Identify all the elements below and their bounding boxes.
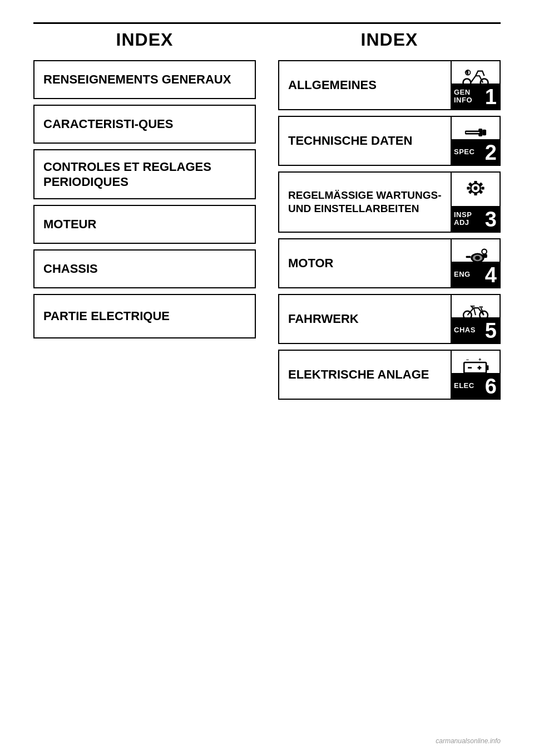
badge-label-6: ELEC	[454, 382, 474, 390]
svg-rect-13	[481, 186, 484, 189]
svg-rect-11	[474, 193, 477, 195]
badge-number-1: 1	[485, 86, 497, 107]
badge-number-3: 3	[485, 209, 497, 230]
badge-number-4: 4	[485, 264, 497, 286]
svg-rect-12	[467, 186, 469, 189]
main-columns: INDEX RENSEIGNEMENTS GENERAUX CARACTERIS…	[33, 30, 501, 405]
svg-rect-21	[482, 254, 487, 258]
svg-rect-27	[486, 365, 488, 370]
left-title: INDEX	[33, 30, 256, 50]
badge-label-4: ENG	[454, 271, 471, 278]
right-title: INDEX	[278, 30, 501, 50]
right-item-regelmaessige[interactable]: REGELMÄSSIGE WARTUNGS- UND EINSTELLARBEI…	[278, 171, 501, 233]
top-divider	[33, 22, 501, 24]
badge-label-1: GENINFO	[454, 89, 472, 105]
badge-number-6: 6	[485, 376, 497, 397]
badge-label-3: INSPADJ	[454, 211, 472, 227]
badge-label-5: CHAS	[454, 326, 476, 334]
svg-text:−: −	[466, 357, 469, 362]
left-item-chassis[interactable]: CHASSIS	[33, 249, 256, 288]
right-item-motor[interactable]: MOTOR ENG	[278, 238, 501, 288]
badge-label-2: SPEC	[454, 148, 474, 156]
svg-point-23	[482, 249, 487, 254]
svg-rect-6	[482, 130, 486, 135]
right-item-allgemeines[interactable]: ALLGEMEINES	[278, 60, 501, 110]
svg-rect-26	[464, 362, 486, 373]
svg-point-20	[475, 256, 480, 260]
badge-number-5: 5	[485, 320, 497, 341]
watermark: carmanualsonline.info	[436, 737, 501, 745]
svg-point-9	[474, 186, 478, 190]
svg-rect-22	[466, 256, 471, 258]
wrench-icon	[452, 176, 500, 200]
svg-text:+: +	[478, 357, 481, 362]
left-item-renseignements[interactable]: RENSEIGNEMENTS GENERAUX	[33, 60, 256, 99]
right-item-fahrwerk[interactable]: FAHRWERK	[278, 294, 501, 344]
right-item-technische[interactable]: TECHNISCHE DATEN SPEC 2	[278, 116, 501, 166]
svg-rect-10	[474, 181, 477, 184]
left-column: INDEX RENSEIGNEMENTS GENERAUX CARACTERIS…	[33, 30, 256, 405]
badge-number-2: 2	[485, 142, 497, 163]
left-item-caracteristiques[interactable]: CARACTERISTI-QUES	[33, 105, 256, 144]
left-item-partie[interactable]: PARTIE ELECTRIQUE	[33, 294, 256, 338]
left-item-moteur[interactable]: MOTEUR	[33, 205, 256, 244]
right-column: INDEX ALLGEMEINES	[278, 30, 501, 405]
right-item-elektrische[interactable]: ELEKTRISCHE ANLAGE − +	[278, 350, 501, 400]
left-item-controles[interactable]: CONTROLES ET REGLAGES PERIODIQUES	[33, 149, 256, 199]
